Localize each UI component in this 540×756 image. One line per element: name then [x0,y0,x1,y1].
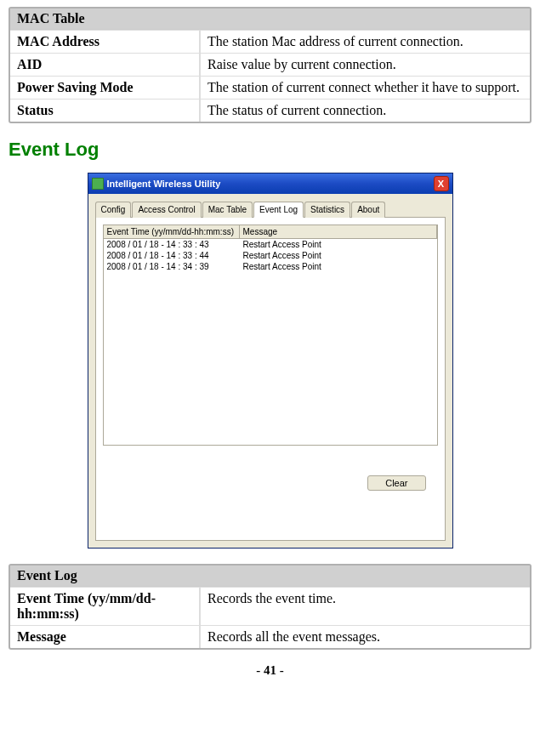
table-row: Message Records all the event messages. [10,625,530,648]
tab-access-control[interactable]: Access Control [132,202,201,218]
aid-label: AID [10,54,201,76]
event-time-desc: Records the event time. [201,588,530,625]
col-header-time[interactable]: Event Time (yy/mm/dd-hh:mm:ss) [104,225,240,238]
tab-event-log[interactable]: Event Log [253,202,304,218]
page-number: - 41 - [9,663,531,678]
log-row: 2008 / 01 / 18 - 14 : 33 : 43 Restart Ac… [104,239,437,250]
titlebar: Intelligent Wireless Utility X [88,173,452,194]
tab-statistics[interactable]: Statistics [304,202,350,218]
table-row: Power Saving Mode The station of current… [10,76,530,99]
window-title: Intelligent Wireless Utility [107,179,221,189]
window-body: Config Access Control Mac Table Event Lo… [88,194,452,548]
log-row: 2008 / 01 / 18 - 14 : 34 : 39 Restart Ac… [104,261,437,272]
col-header-message[interactable]: Message [240,225,437,238]
log-msg: Restart Access Point [240,261,437,272]
log-time: 2008 / 01 / 18 - 14 : 33 : 44 [104,250,240,261]
log-time: 2008 / 01 / 18 - 14 : 33 : 43 [104,239,240,250]
clear-button[interactable]: Clear [367,475,425,491]
tabs: Config Access Control Mac Table Event Lo… [95,201,446,218]
log-msg: Restart Access Point [240,250,437,261]
close-button[interactable]: X [434,176,449,191]
mac-table-title: MAC Table [10,9,530,30]
mac-address-desc: The station Mac address of current conne… [201,31,530,53]
message-desc: Records all the event messages. [201,626,530,648]
tab-content: Event Time (yy/mm/dd-hh:mm:ss) Message 2… [95,218,446,541]
status-desc: The status of current connection. [201,99,530,122]
event-log-desc-title: Event Log [10,566,530,587]
table-row: Event Time (yy/mm/dd-hh:mm:ss) Records t… [10,587,530,625]
screenshot-container: Intelligent Wireless Utility X Config Ac… [9,173,531,549]
log-table: Event Time (yy/mm/dd-hh:mm:ss) Message 2… [103,225,438,446]
log-row: 2008 / 01 / 18 - 14 : 33 : 44 Restart Ac… [104,250,437,261]
log-time: 2008 / 01 / 18 - 14 : 34 : 39 [104,261,240,272]
event-time-label: Event Time (yy/mm/dd-hh:mm:ss) [10,588,201,625]
psm-label: Power Saving Mode [10,77,201,99]
table-row: AID Raise value by current connection. [10,53,530,76]
mac-table: MAC Table MAC Address The station Mac ad… [9,7,531,123]
table-row: Status The status of current connection. [10,99,530,122]
section-title-event-log: Event Log [9,139,531,161]
app-icon [92,178,104,190]
app-window: Intelligent Wireless Utility X Config Ac… [88,173,453,549]
mac-address-label: MAC Address [10,31,201,53]
table-row: MAC Address The station Mac address of c… [10,30,530,53]
tab-mac-table[interactable]: Mac Table [202,202,253,218]
event-log-desc-table: Event Log Event Time (yy/mm/dd-hh:mm:ss)… [9,564,531,650]
status-label: Status [10,99,201,122]
log-headers: Event Time (yy/mm/dd-hh:mm:ss) Message [104,225,437,239]
tab-config[interactable]: Config [95,202,132,218]
psm-desc: The station of current connect whether i… [201,77,530,99]
message-label: Message [10,626,201,648]
aid-desc: Raise value by current connection. [201,54,530,76]
titlebar-left: Intelligent Wireless Utility [92,178,221,190]
log-msg: Restart Access Point [240,239,437,250]
tab-about[interactable]: About [351,202,385,218]
